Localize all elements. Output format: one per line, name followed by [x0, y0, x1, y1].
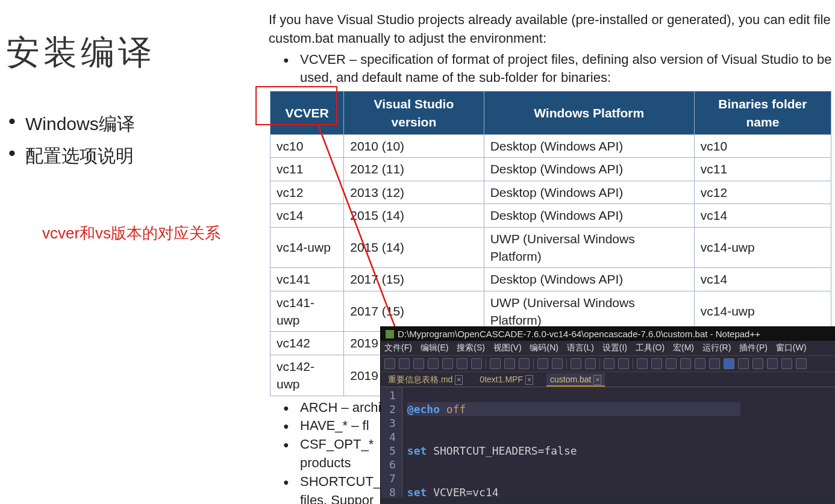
app-icon [386, 330, 394, 338]
open-file-icon[interactable] [399, 358, 410, 369]
code-keyword: set [407, 486, 427, 498]
close-all-icon[interactable] [457, 358, 468, 369]
undo-icon[interactable] [537, 358, 548, 369]
code-area[interactable]: @echo off set SHORTCUT_HEADERS=false set… [402, 387, 745, 498]
table-cell: 2017 (15) [344, 291, 484, 332]
func-list-icon[interactable] [738, 358, 749, 369]
table-cell: vc141 [271, 268, 344, 291]
menu-encoding[interactable]: 编码(N) [530, 343, 558, 352]
table-cell: vc14-uwp [694, 291, 831, 332]
table-cell: vc141-uwp [271, 291, 344, 332]
line-number: 2 [389, 402, 396, 416]
tab-mpf[interactable]: 0text1.MPF× [476, 373, 537, 387]
window-title: D:\Myprogram\OpenCASCADE-7.6.0-vc14-64\o… [398, 329, 760, 339]
menu-bar[interactable]: 文件(F) 编辑(E) 搜索(S) 视图(V) 编码(N) 语言(L) 设置(I… [381, 341, 835, 356]
table-row: vc122013 (12)Desktop (Windows API)vc12 [271, 181, 831, 204]
tab-close-icon[interactable]: × [593, 375, 601, 385]
toolbar[interactable] [381, 356, 835, 372]
table-row: vc141-uwp2017 (15)UWP (Universal Windows… [271, 291, 831, 332]
pilcrow-icon[interactable] [709, 358, 720, 369]
menu-file[interactable]: 文件(F) [384, 343, 412, 352]
table-cell: vc14 [694, 268, 831, 291]
table-cell: vc11 [694, 158, 831, 181]
th-platform: Windows Platform [484, 92, 694, 135]
table-cell: 2015 (14) [344, 204, 484, 227]
doc-map-icon[interactable] [724, 358, 734, 369]
tab-label: 重要信息表格.md [388, 375, 452, 384]
table-cell: Desktop (Windows API) [484, 204, 694, 227]
redo-icon[interactable] [552, 358, 563, 369]
save-all-icon[interactable] [428, 358, 439, 369]
monitor-icon[interactable] [767, 358, 778, 369]
code-text: SHORTCUT_HEADERS=false [427, 444, 577, 457]
table-cell: vc10 [271, 134, 344, 157]
toolbar-separator [533, 358, 534, 369]
copy-icon[interactable] [504, 358, 515, 369]
menu-view[interactable]: 视图(V) [493, 343, 522, 352]
play-macro-icon[interactable] [796, 358, 807, 369]
slide-sidebar: 安装编译 Windows编译 配置选项说明 vcver和vs版本的对应关系 [0, 0, 265, 244]
toolbar-separator [633, 358, 633, 369]
table-cell: Desktop (Windows API) [484, 181, 694, 204]
replace-icon[interactable] [585, 358, 596, 369]
table-cell: UWP (Universal Windows Platform) [484, 227, 694, 268]
code-keyword: @echo [407, 403, 440, 415]
menu-run[interactable]: 运行(R) [702, 343, 731, 352]
menu-tools[interactable]: 工具(O) [636, 343, 665, 352]
new-file-icon[interactable] [384, 358, 395, 369]
tab-label: 0text1.MPF [480, 375, 523, 384]
notepadpp-window[interactable]: D:\Myprogram\OpenCASCADE-7.6.0-vc14-64\o… [381, 327, 835, 504]
menu-window[interactable]: 窗口(W) [776, 343, 807, 352]
table-cell: vc142 [271, 332, 344, 355]
line-number: 7 [389, 471, 396, 485]
record-macro-icon[interactable] [781, 358, 792, 369]
slide-bullet-2: 配置选项说明 [8, 144, 259, 169]
save-icon[interactable] [413, 358, 424, 369]
table-row: vc112012 (11)Desktop (Windows API)vc11 [271, 158, 831, 181]
tab-bar[interactable]: 重要信息表格.md× 0text1.MPF× custom.bat× [381, 372, 835, 387]
th-vcver: VCVER [271, 92, 344, 135]
folder-icon[interactable] [752, 358, 763, 369]
th-binaries: Binaries folder name [694, 92, 831, 135]
find-icon[interactable] [571, 358, 581, 369]
menu-search[interactable]: 搜索(S) [457, 343, 485, 352]
paste-icon[interactable] [519, 358, 530, 369]
code-text: off [440, 403, 466, 415]
menu-plugins[interactable]: 插件(P) [739, 343, 768, 352]
sync-h-icon[interactable] [651, 358, 662, 369]
line-number: 1 [389, 388, 396, 402]
zoom-out-icon[interactable] [618, 358, 629, 369]
show-all-icon[interactable] [680, 358, 691, 369]
table-cell: vc142-uwp [271, 355, 344, 396]
close-icon[interactable] [442, 358, 453, 369]
menu-language[interactable]: 语言(L) [567, 343, 594, 352]
indent-guide-icon[interactable] [695, 358, 705, 369]
line-number: 5 [389, 444, 396, 458]
tab-close-icon[interactable]: × [525, 375, 533, 385]
th-vs-version: Visual Studio version [344, 92, 484, 135]
toolbar-separator [566, 358, 567, 369]
print-icon[interactable] [471, 358, 482, 369]
tab-md[interactable]: 重要信息表格.md× [384, 373, 466, 387]
sync-v-icon[interactable] [637, 358, 648, 369]
tab-custom-bat[interactable]: custom.bat× [546, 373, 605, 387]
code-editor[interactable]: 1 2 3 4 5 6 7 8 @echo off set SHORTCUT_H… [381, 387, 835, 498]
menu-edit[interactable]: 编辑(E) [421, 343, 449, 352]
window-titlebar[interactable]: D:\Myprogram\OpenCASCADE-7.6.0-vc14-64\o… [381, 327, 835, 341]
menu-macro[interactable]: 宏(M) [673, 343, 694, 352]
cut-icon[interactable] [490, 358, 501, 369]
annotation-red-note: vcver和vs版本的对应关系 [42, 223, 259, 244]
table-cell: 2012 (11) [344, 158, 484, 181]
line-number: 6 [389, 458, 396, 471]
code-keyword: set [407, 444, 427, 457]
table-cell: 2010 (10) [344, 134, 484, 157]
table-cell: vc12 [271, 181, 344, 204]
wordwrap-icon[interactable] [666, 358, 677, 369]
tab-close-icon[interactable]: × [455, 375, 463, 385]
table-header-row: VCVER Visual Studio version Windows Plat… [271, 92, 831, 135]
line-number: 3 [389, 416, 396, 430]
zoom-in-icon[interactable] [604, 358, 615, 369]
doc-bullet-shortcut-l2: files. Suppor [300, 493, 374, 504]
table-cell: vc14 [694, 204, 831, 227]
menu-settings[interactable]: 设置(I) [602, 343, 627, 352]
